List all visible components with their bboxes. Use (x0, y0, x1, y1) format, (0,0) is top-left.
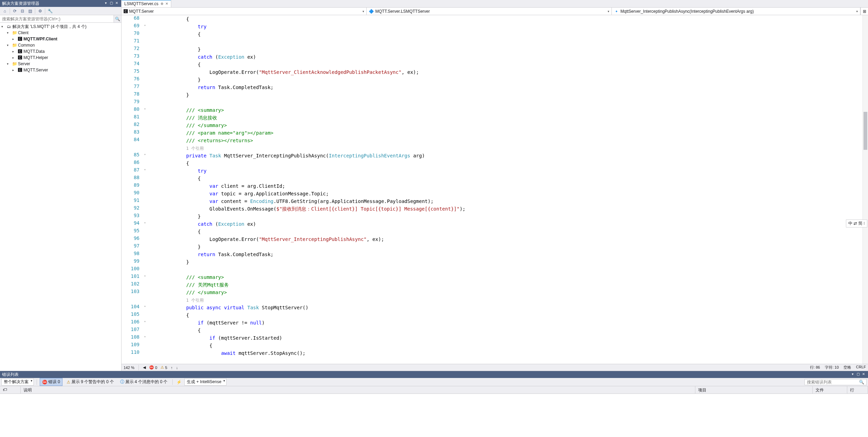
tab-pin-icon[interactable]: ⊕ (161, 2, 163, 6)
error-list-body[interactable] (0, 394, 868, 437)
error-list-panel: 错误列表 ▾ ▢ ✕ 整个解决方案 ⛔错误 0 ⚠展示 9 个警告中的 0 个 … (0, 371, 868, 437)
column-code[interactable]: 🏷 (0, 386, 21, 394)
fold-toggle-icon[interactable]: ˅ (144, 275, 146, 280)
fold-toggle-icon[interactable]: ˅ (144, 25, 146, 29)
code-content[interactable]: { try { } catch (Exception ex) { LogOper… (148, 15, 862, 364)
project-icon: 🅲 (17, 55, 23, 60)
tree-item-label: MQTT.Data (23, 49, 45, 54)
editor-status-bar: 142 % ◀ ⛔0 ⚠5 ↑ ↓ 行: 86 字符: 10 空格 CRLF (122, 364, 868, 371)
scrollbar-thumb[interactable] (864, 112, 867, 150)
tree-expander-icon[interactable]: ▸ (12, 56, 17, 59)
csharp-icon: 🅲 (124, 9, 128, 14)
solution-search-input[interactable] (0, 15, 114, 22)
cursor-col: 字符: 10 (825, 365, 839, 370)
tree-item[interactable]: ▸🅲MQTT.Data (0, 48, 121, 55)
panel-pin-icon[interactable]: ▢ (109, 1, 114, 6)
fold-toggle-icon[interactable]: ˅ (144, 169, 146, 173)
panel-close-icon[interactable]: ✕ (861, 372, 866, 377)
error-icon: ⛔ (149, 365, 154, 370)
column-description[interactable]: 说明 (21, 386, 695, 394)
column-line[interactable]: 行 (847, 386, 868, 394)
warning-count[interactable]: ⚠5 (161, 365, 167, 370)
tree-item[interactable]: ▾📁Common (0, 42, 121, 48)
tree-expander-icon[interactable]: ▸ (12, 50, 17, 53)
search-icon[interactable]: 🔍 (114, 15, 121, 22)
nav-class-label: MQTT.Server.LSMQTTServer (375, 9, 430, 14)
tree-item[interactable]: ▸🅲MQTT.Helper (0, 55, 121, 61)
column-file[interactable]: 文件 (813, 386, 847, 394)
panel-dropdown-icon[interactable]: ▾ (850, 372, 855, 377)
tree-expander-icon[interactable]: ▸ (12, 37, 17, 41)
nav-down-icon[interactable]: ↓ (176, 366, 178, 370)
zoom-level[interactable]: 142 % (124, 366, 134, 370)
tree-item[interactable]: ▾📁Server (0, 61, 121, 67)
solution-explorer-toolbar: ⌂ ⟳ ⊟ ▤ ⚙ 🔧 (0, 7, 121, 15)
tree-expander-icon[interactable]: ▾ (7, 43, 12, 47)
tree-item[interactable]: ▾🗂解决方案 'LS.MQTT' (4 个项目，共 4 个) (0, 23, 121, 30)
nav-back-icon[interactable]: ◀ (143, 365, 146, 370)
info-icon: ⓘ (120, 379, 124, 385)
nav-split-button[interactable]: ⊞ (860, 8, 868, 15)
tree-expander-icon[interactable]: ▸ (12, 68, 17, 72)
tree-item[interactable]: ▾📁Client (0, 30, 121, 36)
error-list-header: 错误列表 ▾ ▢ ✕ (0, 371, 868, 378)
error-list-columns: 🏷 说明 项目 文件 行 (0, 386, 868, 394)
error-filter-button[interactable]: ⛔错误 0 (40, 378, 62, 386)
tree-expander-icon[interactable]: ▾ (7, 62, 12, 66)
search-icon[interactable]: 🔍 (859, 380, 864, 385)
tree-expander-icon[interactable]: ▾ (1, 25, 6, 28)
error-scope-dropdown[interactable]: 整个解决方案 (1, 378, 34, 386)
indent-mode[interactable]: 空格 (843, 365, 851, 370)
tree-item[interactable]: ▸🅲MQTT.WPF.Client (0, 36, 121, 42)
nav-project-dropdown[interactable]: 🅲 MQTT.Server ▾ (122, 8, 367, 15)
solution-explorer-title: 解决方案资源管理器 (2, 1, 103, 7)
nav-up-icon[interactable]: ↑ (171, 366, 173, 370)
toolbar-separator (45, 8, 45, 14)
column-project[interactable]: 项目 (695, 386, 813, 394)
error-search-box[interactable]: 🔍 (804, 379, 867, 385)
project-icon: 🅲 (17, 49, 23, 54)
sync-icon[interactable]: ⟳ (11, 8, 18, 14)
fold-toggle-icon[interactable]: ˅ (144, 321, 146, 325)
panel-close-icon[interactable]: ✕ (114, 1, 119, 6)
fold-toggle-icon[interactable]: ˅ (144, 336, 146, 340)
nav-member-dropdown[interactable]: 🔹 MqttServer_InterceptingPublishAsync(In… (612, 8, 860, 15)
message-filter-button[interactable]: ⓘ展示 4 个消息中的 0 个 (118, 378, 170, 386)
fold-toggle-icon[interactable]: ˅ (144, 305, 146, 310)
solution-explorer-header: 解决方案资源管理器 ▾ ▢ ✕ (0, 0, 121, 7)
editor-tab-active[interactable]: LSMQTTServer.cs ⊕ ✕ (122, 0, 171, 7)
fold-toggle-icon[interactable]: ˅ (144, 154, 146, 158)
error-count[interactable]: ⛔0 (149, 365, 157, 370)
tree-expander-icon[interactable]: ▾ (7, 31, 12, 35)
class-icon: 🔷 (369, 9, 374, 14)
editor-tab-label: LSMQTTServer.cs (124, 1, 158, 6)
folder-icon: 📁 (12, 61, 17, 66)
editor-nav-bar: 🅲 MQTT.Server ▾ 🔷 MQTT.Server.LSMQTTServ… (122, 8, 868, 15)
warning-filter-button[interactable]: ⚠展示 9 个警告中的 0 个 (65, 378, 116, 386)
ime-indicator[interactable]: 中 ⇄ 简 ⁝ (846, 220, 867, 227)
show-all-icon[interactable]: ▤ (27, 8, 33, 14)
chevron-down-icon: ▾ (856, 10, 858, 13)
vertical-scrollbar[interactable] (862, 15, 868, 364)
fold-toggle-icon[interactable]: ˅ (144, 108, 146, 113)
tab-close-icon[interactable]: ✕ (165, 2, 168, 6)
line-ending[interactable]: CRLF (856, 365, 866, 370)
tree-item[interactable]: ▸🅲MQTT.Server (0, 67, 121, 73)
code-editor[interactable]: 6869707172737475767778798081828384858687… (122, 15, 868, 364)
solution-icon: 🗂 (6, 24, 12, 29)
nav-class-dropdown[interactable]: 🔷 MQTT.Server.LSMQTTServer ▾ (367, 8, 612, 15)
properties-icon[interactable]: ⚙ (37, 8, 44, 14)
build-filter-dropdown[interactable]: 生成 + IntelliSense (184, 378, 226, 386)
panel-dropdown-icon[interactable]: ▾ (103, 1, 108, 6)
toolbar-separator (37, 379, 37, 385)
wrench-icon[interactable]: 🔧 (47, 8, 54, 14)
home-icon[interactable]: ⌂ (1, 8, 8, 14)
fold-toggle-icon[interactable]: ˅ (144, 222, 146, 226)
solution-tree[interactable]: ▾🗂解决方案 'LS.MQTT' (4 个项目，共 4 个)▾📁Client▸🅲… (0, 23, 121, 371)
panel-pin-icon[interactable]: ▢ (856, 372, 860, 377)
error-search-input[interactable] (807, 380, 859, 385)
clear-filter-icon[interactable]: ⚡ (175, 379, 182, 386)
collapse-icon[interactable]: ⊟ (19, 8, 26, 14)
tree-item-label: 解决方案 'LS.MQTT' (4 个项目，共 4 个) (12, 24, 87, 30)
fold-gutter[interactable]: ˅˅˅˅˅˅˅˅˅ (142, 15, 148, 364)
